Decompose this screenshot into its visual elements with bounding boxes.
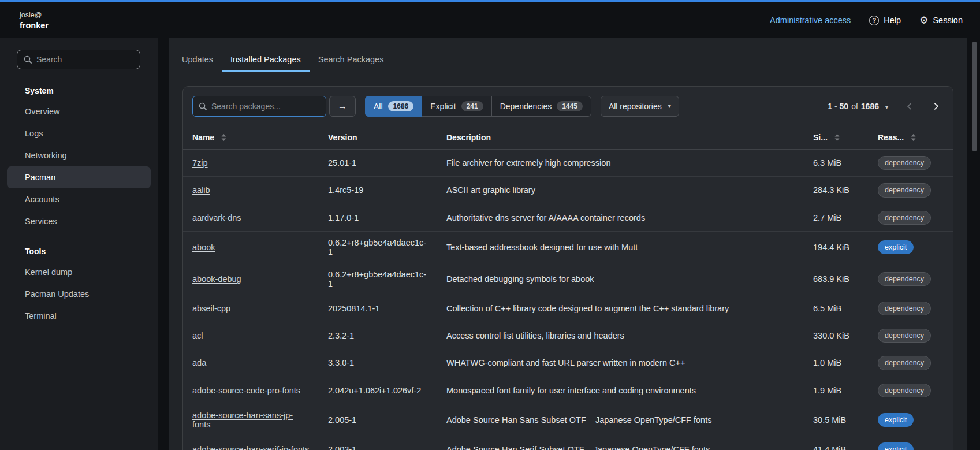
cell-reason: dependency [869, 150, 953, 177]
table-row: acl 2.3.2-1 Access control list utilitie… [183, 322, 953, 349]
cell-size: 330.0 KiB [804, 322, 869, 349]
sort-icon [911, 134, 916, 141]
cell-size: 683.9 KiB [804, 263, 869, 295]
pagination-menu-toggle[interactable]: ▾ [883, 101, 890, 112]
sidebar-item-logs[interactable]: Logs [0, 122, 158, 144]
pagination-range: 1 - 50 [828, 102, 848, 111]
package-name-link[interactable]: aardvark-dns [192, 213, 241, 222]
cell-reason: dependency [869, 204, 953, 231]
masthead-actions: Administrative access ? Help ⚙ Session [770, 16, 963, 25]
package-name-link[interactable]: adobe-source-han-sans-jp-fonts [192, 411, 293, 429]
sidebar-item-accounts[interactable]: Accounts [0, 188, 158, 210]
sidebar-search-box [17, 50, 140, 69]
table-header-row: Name Version Description Si... [183, 126, 953, 150]
filter-label: Dependencies [500, 102, 552, 111]
column-header-reason[interactable]: Reas... [869, 126, 953, 150]
package-name-link[interactable]: 7zip [192, 158, 208, 168]
cell-reason: dependency [869, 177, 953, 204]
table-row: adobe-source-code-pro-fonts 2.042u+1.062… [183, 377, 953, 404]
reason-badge: dependency [878, 329, 931, 343]
column-label: Si... [813, 133, 828, 142]
table-row: 7zip 25.01-1 File archiver for extremely… [183, 150, 953, 177]
chevron-right-icon [932, 102, 940, 110]
nav-section-heading: Tools [0, 241, 158, 261]
column-header-size[interactable]: Si... [804, 126, 869, 150]
table-row: abook-debug 0.6.2+r8+gb5e4a4daec1c-1 Det… [183, 263, 953, 295]
help-button[interactable]: ? Help [869, 16, 901, 25]
repositories-dropdown[interactable]: All repositories ▾ [601, 96, 679, 117]
sidebar-search-input[interactable] [36, 55, 133, 64]
tab-updates[interactable]: Updates [173, 47, 222, 72]
page-scrollbar[interactable] [972, 38, 977, 450]
cell-name: adobe-source-han-sans-jp-fonts [183, 404, 319, 436]
cell-reason: explicit [869, 436, 953, 450]
package-name-link[interactable]: ada [192, 358, 206, 367]
cell-description: Authoritative dns server for A/AAAA cont… [437, 204, 804, 231]
tab-installed-packages[interactable]: Installed Packages [222, 47, 310, 72]
cell-name: aalib [183, 177, 319, 204]
cell-reason: explicit [869, 404, 953, 436]
cell-size: 41.4 MiB [804, 436, 869, 450]
reason-badge: explicit [878, 413, 914, 427]
cell-version: 2.042u+1.062i+1.026vf-2 [319, 377, 437, 404]
count-badge: 1686 [388, 101, 414, 111]
package-name-link[interactable]: abseil-cpp [192, 304, 230, 313]
session-button[interactable]: ⚙ Session [919, 16, 963, 25]
chevron-down-icon: ▾ [885, 104, 888, 110]
sidebar-item-terminal[interactable]: Terminal [0, 305, 158, 327]
cell-version: 2.3.2-1 [319, 322, 437, 349]
search-submit-button[interactable]: → [329, 96, 356, 117]
cell-size: 1.0 MiB [804, 349, 869, 377]
count-badge: 1445 [557, 101, 583, 111]
package-name-link[interactable]: adobe-source-code-pro-fonts [192, 386, 300, 395]
cell-version: 2.005-1 [319, 404, 437, 436]
nav-section-heading: System [0, 81, 158, 101]
sidebar-item-pacman-updates[interactable]: Pacman Updates [0, 283, 158, 305]
sidebar-item-kernel-dump[interactable]: Kernel dump [0, 261, 158, 283]
reason-badge: dependency [878, 384, 931, 397]
logged-in-user: josie@ [20, 11, 49, 19]
cell-description: File archiver for extremely high compres… [437, 150, 804, 177]
filter-dependencies-button[interactable]: Dependencies 1445 [491, 96, 591, 117]
filter-all-button[interactable]: All 1686 [365, 96, 422, 117]
previous-page-button[interactable] [902, 100, 917, 113]
cell-version: 2.003-1 [319, 436, 437, 450]
filter-label: All [374, 102, 383, 111]
reason-badge: dependency [878, 272, 931, 286]
scrollbar-thumb[interactable] [972, 42, 977, 151]
next-page-button[interactable] [929, 100, 944, 113]
package-name-link[interactable]: adobe-source-han-serif-jp-fonts [192, 445, 309, 450]
package-name-link[interactable]: acl [192, 331, 203, 340]
sidebar-item-networking[interactable]: Networking [0, 144, 158, 166]
column-label: Name [192, 133, 214, 142]
package-name-link[interactable]: abook [192, 243, 215, 252]
host-brand[interactable]: josie@ fronker [20, 11, 49, 30]
repositories-dropdown-label: All repositories [609, 102, 662, 111]
column-header-name[interactable]: Name [183, 126, 319, 150]
hostname: fronker [20, 21, 49, 30]
sidebar: System Overview Logs Networking Pacman A… [0, 38, 158, 450]
administrative-access-button[interactable]: Administrative access [770, 16, 851, 25]
cell-description: Text-based addressbook designed for use … [437, 231, 804, 263]
reason-badge: dependency [878, 183, 931, 197]
package-name-link[interactable]: aalib [192, 185, 210, 195]
cell-description: Access control list utilities, libraries… [437, 322, 804, 349]
cell-name: adobe-source-han-serif-jp-fonts [183, 436, 319, 450]
package-name-link[interactable]: abook-debug [192, 274, 241, 284]
sidebar-item-pacman[interactable]: Pacman [7, 166, 151, 188]
cell-name: abook [183, 231, 319, 263]
reason-badge: dependency [878, 211, 931, 225]
masthead: josie@ fronker Administrative access ? H… [0, 2, 980, 38]
table-row: abseil-cpp 20250814.1-1 Collection of C+… [183, 295, 953, 322]
cell-version: 1.4rc5-19 [319, 177, 437, 204]
filter-explicit-button[interactable]: Explicit 241 [422, 96, 491, 117]
cell-version: 1.17.0-1 [319, 204, 437, 231]
cell-size: 6.3 MiB [804, 150, 869, 177]
cell-description: Collection of C++ library code designed … [437, 295, 804, 322]
package-search-input[interactable] [211, 102, 320, 111]
tab-search-packages[interactable]: Search Packages [310, 47, 393, 72]
table-row: abook 0.6.2+r8+gb5e4a4daec1c-1 Text-base… [183, 231, 953, 263]
cell-description: WHATWG-compliant and fast URL parser wri… [437, 349, 804, 377]
sidebar-item-overview[interactable]: Overview [0, 101, 158, 122]
sidebar-item-services[interactable]: Services [0, 210, 158, 232]
